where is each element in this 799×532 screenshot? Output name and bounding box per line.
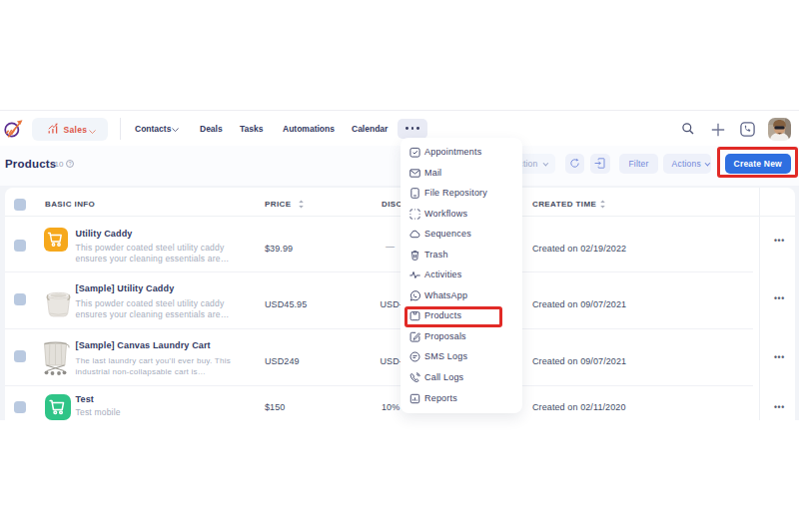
svg-text:?: ? <box>69 161 72 166</box>
